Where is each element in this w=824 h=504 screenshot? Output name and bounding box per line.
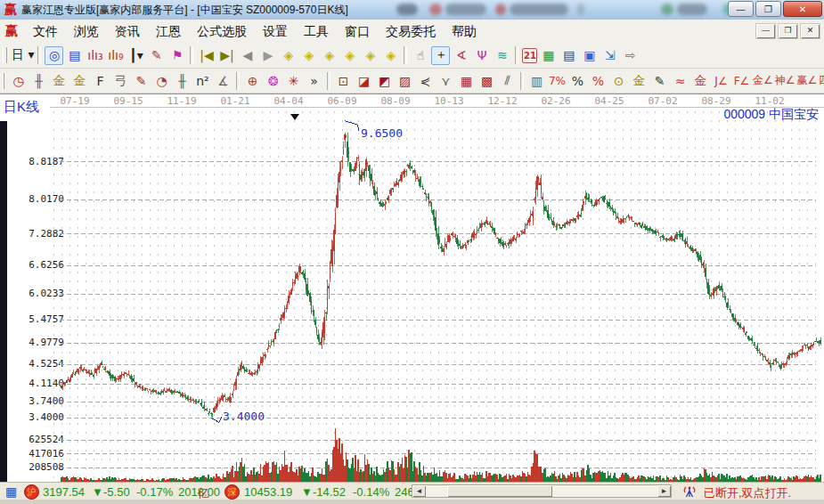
horizontal-scrollbar[interactable]: ◄ ► [412,484,672,498]
si-angle-icon[interactable]: 四∠ [819,71,824,90]
menu-item-4[interactable]: 江恩 [148,22,189,40]
zoom-out-icon[interactable]: ◈ [361,46,379,65]
menu-item-1[interactable]: 文件 [25,22,66,40]
win-angle-icon[interactable]: 赢∠ [797,71,818,90]
rect-tool-icon[interactable]: ⊡ [334,71,353,90]
fan-box-icon[interactable]: ◩ [375,71,394,90]
shen-angle-icon[interactable]: 神∠ [775,71,795,90]
prev-icon[interactable]: ◀ [238,46,257,65]
parallel-lines-icon[interactable]: ⫽ [498,71,517,90]
scroll-right-button[interactable]: ► [657,485,671,497]
antenna-icon[interactable] [682,484,698,499]
period-dropdown[interactable]: 日 ▾ [12,46,34,65]
minimize-button[interactable]: — [728,1,754,17]
menu-item-2[interactable]: 浏览 [66,22,107,40]
scroll-left-button[interactable]: ◄ [412,485,426,497]
send-icon[interactable]: ⇨ [621,46,640,65]
pencil-compass-icon[interactable]: ✎ [132,71,151,90]
ma3-icon[interactable]: ılı₃ [86,46,104,65]
angle-lines-icon[interactable]: ⋞ [416,71,435,90]
sh-market-icon[interactable]: 沪 [24,484,39,500]
crosshair-icon[interactable]: ＋ [431,46,450,65]
zoom-all-icon[interactable]: ◈ [381,46,400,65]
market-grid-icon[interactable]: ▦ [5,484,17,499]
more-tools-icon[interactable]: » [305,71,323,90]
red-grid2-icon[interactable]: ▩ [477,71,496,90]
angle-measure-icon[interactable]: ∢ [452,46,470,65]
toolbar-grip[interactable] [3,47,7,63]
zoom-h-icon[interactable]: ◈ [320,46,339,65]
spiral-icon[interactable]: 弓 [111,71,130,90]
menu-items: 文件浏览资讯江恩公式选股设置工具窗口交易委托帮助 [25,23,485,40]
gann-center-icon[interactable]: ⊕ [243,71,262,90]
annotate-icon[interactable]: ✎ [650,71,669,90]
fan-lines-icon[interactable]: ◪ [355,71,373,90]
maximize-button[interactable]: ❐ [755,1,781,17]
n2-icon[interactable]: n² [193,71,212,90]
draw-red-icon[interactable]: ✎ [147,46,166,65]
menu-item-3[interactable]: 资讯 [107,22,148,40]
menu-item-7[interactable]: 工具 [296,22,337,40]
zoom-in-icon[interactable]: ◈ [340,46,359,65]
scrollbar-track[interactable] [426,485,657,497]
bars-bracket-icon[interactable]: ▥ [527,71,546,90]
gold-line-icon[interactable]: 金 [691,71,710,90]
sh-change: -5.50 [103,485,130,499]
hand-icon[interactable]: ☝ [411,46,429,65]
sz-down-arrow-icon: ▼ [301,485,313,499]
red-grid-icon[interactable]: ▦ [457,71,476,90]
calculator-icon[interactable]: ▦ [539,46,558,65]
mdi-minimize-button[interactable]: — [755,23,776,39]
percent-line-icon[interactable]: % [589,71,608,90]
percent-icon[interactable]: % [568,71,587,90]
flag-icon[interactable]: ⚑ [167,46,186,65]
mdi-close-button[interactable]: ✕ [800,23,820,39]
ruler-icon[interactable]: ╫ [29,71,48,90]
gann-compass-icon[interactable]: ◷ [9,71,28,90]
ruler2-icon[interactable]: ╫ [173,71,192,90]
info-list-icon[interactable]: ▤ [65,46,84,65]
angle-ruler-icon[interactable]: ∡ [214,71,233,90]
wave-icon[interactable]: ≋ [493,46,511,65]
star-box-icon[interactable]: ✳ [284,71,303,90]
kline-chart-svg[interactable]: 9.65003.4000 [0,94,824,483]
candle-type-icon[interactable]: ┃▾ [126,46,145,65]
sz-market-icon[interactable]: 深 [224,484,240,500]
gold-grid-icon[interactable]: 金 [50,71,69,90]
grid-box-icon[interactable]: ▨ [396,71,414,90]
export-icon[interactable]: ⇲ [600,46,619,65]
menu-item-5[interactable]: 公式选股 [189,22,255,40]
first-page-icon[interactable]: |◀ [197,46,216,65]
notepad-icon[interactable]: ▤ [559,46,578,65]
zoom-right-icon[interactable]: ◈ [299,46,318,65]
toolbar-grip[interactable] [3,73,4,89]
gold-section-icon[interactable]: 金 [630,71,649,90]
calendar-icon[interactable]: 21 [522,48,537,63]
menu-item-8[interactable]: 窗口 [337,22,378,40]
cycle-clock-icon[interactable]: ◔ [152,71,171,90]
gold-circle-icon[interactable]: ⊙ [609,71,628,90]
f-angle-icon[interactable]: F∠ [732,71,751,90]
close-button[interactable]: ✕ [783,1,822,17]
chart-area[interactable]: 07-1909-1511-1901-2104-0406-0908-0910-13… [0,93,824,483]
menu-item-6[interactable]: 设置 [255,22,296,40]
fibonacci-icon[interactable]: F [91,71,110,90]
ma9-icon[interactable]: ılı₉ [106,46,125,65]
zoom-left-icon[interactable]: ◈ [279,46,298,65]
gold-grid2-icon[interactable]: 金 [70,71,89,90]
menu-item-10[interactable]: 帮助 [444,22,485,40]
save-icon[interactable]: ▣ [580,46,599,65]
gann-purple-icon[interactable]: Ψ [472,46,491,65]
next-icon[interactable]: ▶ [258,46,277,65]
mdi-restore-button[interactable]: ❐ [778,23,798,39]
j-angle-icon[interactable]: J∠ [712,71,730,90]
scrollbar-thumb[interactable] [447,485,552,497]
gold-angle-icon[interactable]: 金∠ [753,71,773,90]
percent7-icon[interactable]: 7% [548,71,567,90]
stock-browser-icon[interactable]: ◎ [45,46,63,65]
menu-item-9[interactable]: 交易委托 [378,22,444,40]
zigzag-icon[interactable]: ⋎ [436,71,455,90]
star-burst-icon[interactable]: ❂ [264,71,282,90]
last-page-icon[interactable]: ▶| [217,46,236,65]
box-wave-icon[interactable]: ≈ [671,71,689,90]
